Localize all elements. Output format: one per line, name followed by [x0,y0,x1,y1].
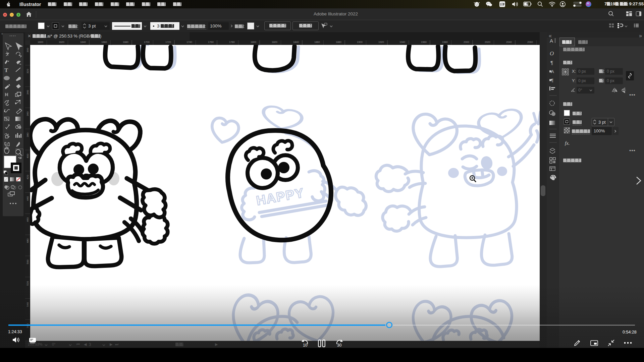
svg-text:A: A [551,69,554,74]
svg-text:A: A [550,38,553,44]
svg-text:T: T [4,67,8,73]
svg-text:¶: ¶ [551,78,553,83]
svg-text:10: 10 [303,343,308,347]
svg-text:30: 30 [337,343,342,347]
svg-text:O: O [550,50,554,57]
svg-text:¶: ¶ [550,60,553,65]
